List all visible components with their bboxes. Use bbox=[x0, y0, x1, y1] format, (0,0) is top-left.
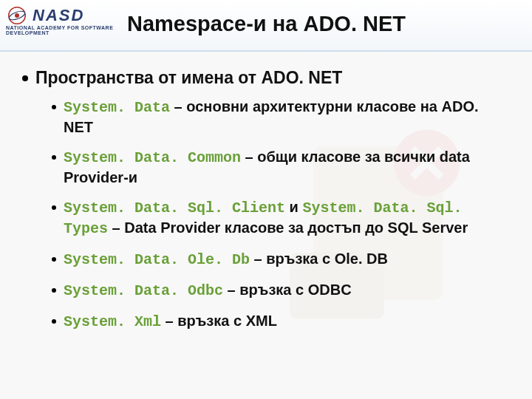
code-text: System. Data. Common bbox=[64, 149, 241, 166]
item-text: връзка с ODBC bbox=[239, 282, 351, 298]
list-item: System. Data – основни архитектурни клас… bbox=[52, 97, 510, 137]
bullet-icon bbox=[52, 288, 56, 293]
item-text: връзка с Ole. DB bbox=[266, 250, 388, 267]
logo: NASD NATIONAL ACADEMY FOR SOFTWARE DEVEL… bbox=[0, 0, 118, 35]
bullet-icon bbox=[52, 205, 56, 210]
list-item: System. Data. Common – общи класове за в… bbox=[52, 147, 510, 187]
bullet-icon bbox=[52, 155, 56, 160]
logo-subtitle: NATIONAL ACADEMY FOR SOFTWARE DEVELOPMEN… bbox=[6, 25, 118, 35]
list-item: System. Data. Sql. Client и System. Data… bbox=[52, 197, 510, 239]
bullet-icon bbox=[52, 257, 56, 262]
bullet-icon bbox=[52, 105, 56, 109]
code-text: System. Data. Sql. Client bbox=[64, 200, 285, 216]
slide-title: Namespace-и на ADO. NET bbox=[118, 0, 532, 36]
sep: – bbox=[170, 98, 186, 115]
bullet-icon bbox=[52, 319, 56, 324]
code-text: System. Data bbox=[64, 99, 170, 116]
code-text: System. Data. Odbc bbox=[64, 282, 223, 299]
bullet-list: System. Data – основни архитектурни клас… bbox=[22, 97, 510, 332]
code-text: System. Data. Ole. Db bbox=[64, 251, 250, 268]
sep: – bbox=[223, 282, 239, 298]
sep: – bbox=[250, 250, 266, 267]
item-text: връзка с XML bbox=[177, 313, 277, 329]
item-text: Data Provider класове за достъп до SQL S… bbox=[124, 219, 468, 236]
bullet-icon bbox=[22, 75, 28, 81]
svg-point-5 bbox=[15, 13, 19, 18]
sep: – bbox=[241, 149, 257, 165]
heading-row: Пространства от имена от ADO. NET bbox=[22, 68, 510, 88]
heading-text: Пространства от имена от ADO. NET bbox=[35, 68, 342, 88]
code-text: System. Xml bbox=[64, 313, 161, 330]
sep: – bbox=[108, 219, 124, 236]
content: Пространства от имена от ADO. NET System… bbox=[0, 52, 532, 332]
nasd-logo-icon bbox=[6, 4, 28, 27]
sep: – bbox=[161, 313, 177, 329]
logo-text: NASD bbox=[33, 6, 84, 25]
list-item: System. Xml – връзка с XML bbox=[52, 311, 510, 332]
sep: и bbox=[285, 199, 302, 215]
header: NASD NATIONAL ACADEMY FOR SOFTWARE DEVEL… bbox=[0, 0, 532, 52]
list-item: System. Data. Odbc – връзка с ODBC bbox=[52, 280, 510, 301]
list-item: System. Data. Ole. Db – връзка с Ole. DB bbox=[52, 249, 510, 270]
